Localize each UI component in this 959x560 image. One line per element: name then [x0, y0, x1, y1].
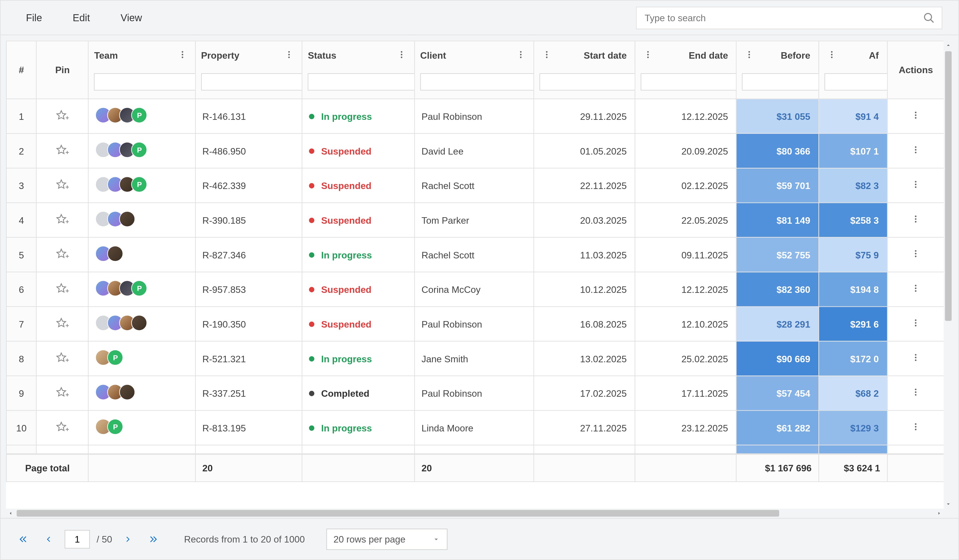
col-header-after[interactable]: Af	[819, 41, 887, 99]
scroll-left-icon[interactable]	[6, 509, 15, 518]
horizontal-scrollbar[interactable]	[6, 509, 944, 518]
scroll-down-icon[interactable]	[944, 500, 953, 509]
filter-client-input[interactable]	[425, 76, 534, 88]
pin-button[interactable]	[37, 99, 88, 134]
pin-button[interactable]	[37, 168, 88, 203]
col-menu-team[interactable]	[175, 47, 190, 64]
page-input[interactable]	[65, 530, 90, 548]
menu-edit[interactable]: Edit	[64, 8, 99, 27]
col-menu-status[interactable]	[394, 47, 409, 64]
table-row[interactable]: 11PR-620.796In progressJames Allen17.03.…	[6, 445, 943, 453]
table-row[interactable]: 8PR-521.321In progressJane Smith13.02.20…	[6, 341, 943, 376]
col-header-pin[interactable]: Pin	[37, 41, 88, 99]
row-actions-button[interactable]	[887, 307, 944, 341]
filter-status-input[interactable]	[312, 76, 414, 88]
col-header-end-date[interactable]: End date	[635, 41, 736, 99]
filter-property-input[interactable]	[206, 76, 302, 88]
cell-after: $82 3	[819, 168, 887, 203]
svg-point-57	[915, 354, 916, 356]
menu-view[interactable]: View	[111, 8, 151, 27]
last-page-button[interactable]	[144, 530, 163, 548]
vertical-scrollbar[interactable]	[944, 41, 953, 509]
col-header-property[interactable]: Property	[195, 41, 302, 99]
col-menu-end-date[interactable]	[641, 47, 656, 64]
filter-team-input[interactable]	[99, 76, 195, 88]
cell-client: Paul Robinson	[414, 307, 534, 341]
filter-after-input[interactable]	[829, 76, 887, 88]
row-actions-button[interactable]	[887, 134, 944, 168]
filter-property[interactable]	[201, 73, 302, 91]
filter-start-date[interactable]	[540, 73, 635, 91]
svg-point-45	[915, 215, 916, 217]
status-dot-icon	[309, 391, 314, 396]
col-menu-after[interactable]	[824, 47, 839, 64]
table-row[interactable]: 4R-390.185SuspendedTom Parker20.03.20252…	[6, 203, 943, 237]
menu-file[interactable]: File	[17, 8, 51, 27]
filter-team[interactable]	[94, 73, 195, 91]
pin-button[interactable]	[37, 203, 88, 237]
v-scroll-thumb[interactable]	[945, 51, 952, 321]
scroll-right-icon[interactable]	[934, 509, 943, 518]
row-actions-button[interactable]	[887, 99, 944, 134]
row-actions-button[interactable]	[887, 341, 944, 376]
row-actions-button[interactable]	[887, 376, 944, 410]
pin-button[interactable]	[37, 341, 88, 376]
col-menu-start-date[interactable]	[540, 47, 554, 64]
col-header-team[interactable]: Team	[88, 41, 195, 99]
table-row[interactable]: 2PR-486.950SuspendedDavid Lee01.05.20252…	[6, 134, 943, 168]
pin-button[interactable]	[37, 410, 88, 445]
filter-before[interactable]	[742, 73, 819, 91]
col-header-start-date[interactable]: Start date	[534, 41, 635, 99]
pin-button[interactable]	[37, 307, 88, 341]
rows-per-page-select[interactable]: 20 rows per page	[326, 528, 448, 549]
global-search-input[interactable]	[643, 12, 923, 24]
table-row[interactable]: 9R-337.251CompletedPaul Robinson17.02.20…	[6, 376, 943, 410]
cell-num: 10	[6, 410, 37, 445]
row-actions-button[interactable]	[887, 272, 944, 307]
next-page-button[interactable]	[119, 530, 138, 548]
pin-button[interactable]	[37, 237, 88, 272]
filter-end-date-input[interactable]	[645, 76, 736, 88]
table-row[interactable]: 10PR-813.195In progressLinda Moore27.11.…	[6, 410, 943, 445]
table-row[interactable]: 7R-190.350SuspendedPaul Robinson16.08.20…	[6, 307, 943, 341]
filter-before-input[interactable]	[747, 76, 819, 88]
first-page-button[interactable]	[14, 530, 33, 548]
global-search[interactable]	[636, 6, 943, 29]
scroll-up-icon[interactable]	[944, 41, 953, 50]
pin-button[interactable]	[37, 445, 88, 453]
col-header-before[interactable]: Before	[736, 41, 819, 99]
filter-after[interactable]	[824, 73, 887, 91]
row-actions-button[interactable]	[887, 410, 944, 445]
h-scroll-thumb[interactable]	[17, 510, 779, 517]
prev-page-button[interactable]	[39, 530, 58, 548]
table-row[interactable]: 5R-827.346In progressRachel Scott11.03.2…	[6, 237, 943, 272]
pin-button[interactable]	[37, 134, 88, 168]
row-actions-button[interactable]	[887, 445, 944, 453]
row-actions-button[interactable]	[887, 237, 944, 272]
col-menu-property[interactable]	[282, 47, 297, 64]
col-header-client[interactable]: Client	[414, 41, 534, 99]
filter-end-date[interactable]	[641, 73, 736, 91]
pin-button[interactable]	[37, 272, 88, 307]
cell-before: $57 597	[736, 445, 819, 453]
filter-client[interactable]	[420, 73, 534, 91]
filter-status[interactable]	[308, 73, 414, 91]
col-menu-client[interactable]	[513, 47, 528, 64]
row-actions-button[interactable]	[887, 203, 944, 237]
row-actions-button[interactable]	[887, 168, 944, 203]
star-add-icon	[55, 213, 70, 225]
svg-point-23	[647, 51, 649, 52]
pin-button[interactable]	[37, 376, 88, 410]
col-menu-before[interactable]	[742, 47, 757, 64]
star-add-icon	[55, 317, 70, 329]
cell-property: R-462.339	[195, 168, 302, 203]
table-row[interactable]: 3PR-462.339SuspendedRachel Scott22.11.20…	[6, 168, 943, 203]
col-header-status[interactable]: Status	[302, 41, 414, 99]
col-header-num[interactable]: #	[6, 41, 37, 99]
cell-num: 11	[6, 445, 37, 453]
col-label: Client	[420, 50, 513, 60]
table-row[interactable]: 6PR-957.853SuspendedCorina McCoy10.12.20…	[6, 272, 943, 307]
filter-start-date-input[interactable]	[544, 76, 635, 88]
table-row[interactable]: 1PR-146.131In progressPaul Robinson29.11…	[6, 99, 943, 134]
svg-point-3	[182, 53, 183, 55]
